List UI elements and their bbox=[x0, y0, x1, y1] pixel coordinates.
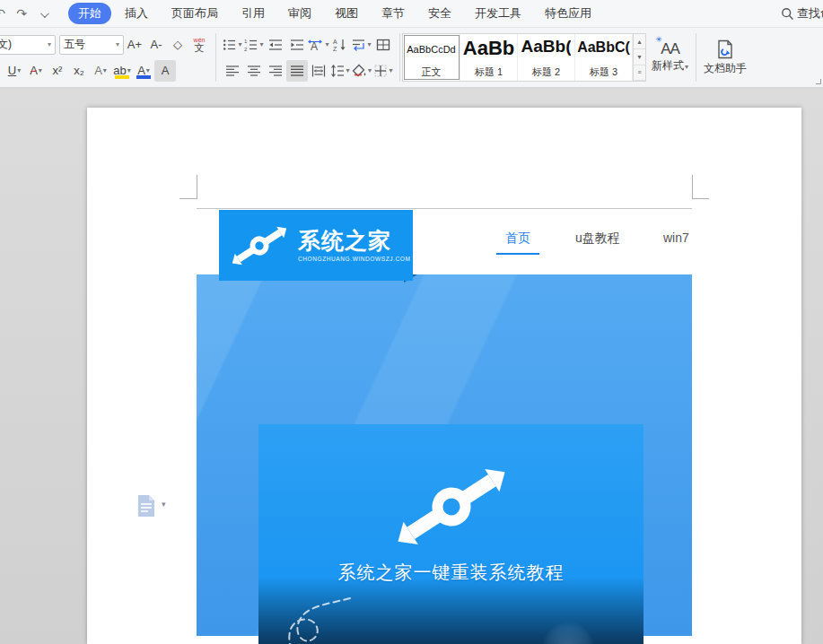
nav-usb-tutorial-link[interactable]: u盘教程 bbox=[575, 231, 620, 247]
decrease-indent-button[interactable] bbox=[265, 34, 286, 56]
decrease-indent-icon bbox=[268, 38, 283, 52]
borders-button[interactable]: ▾ bbox=[372, 60, 394, 82]
align-right-button[interactable] bbox=[265, 60, 286, 82]
layout-doc-icon bbox=[136, 494, 156, 518]
borders-icon bbox=[373, 64, 388, 78]
character-scaling-button[interactable]: A▾ bbox=[308, 34, 329, 56]
svg-text:1: 1 bbox=[244, 39, 248, 44]
paragraph-dialog-launcher[interactable] bbox=[816, 79, 821, 84]
margin-mark-right bbox=[692, 175, 693, 199]
ribbon-toolbar: (正文)▾ 五号▾ A+ A- ◇ wén文 U▾ A▾ x² x₂ A▾ ab… bbox=[0, 27, 823, 88]
svg-text:Z: Z bbox=[333, 46, 337, 52]
tab-developer-tools[interactable]: 开发工具 bbox=[465, 3, 531, 24]
style-heading2[interactable]: AaBb( 标题 2 bbox=[518, 34, 575, 81]
svg-text:2: 2 bbox=[244, 47, 248, 52]
menu-bar: ↶ ↷ 开始 插入 页面布局 引用 审阅 视图 章节 安全 开发工具 特色应用 … bbox=[0, 0, 823, 27]
grow-font-button[interactable]: A+ bbox=[124, 34, 145, 56]
paragraph-marks-icon bbox=[352, 38, 366, 52]
brand-subtitle: CHONGZHUANG.WINDOWSZJ.COM bbox=[298, 256, 411, 262]
new-style-button[interactable]: ✳AA 新样式▾ bbox=[646, 28, 694, 87]
style-heading1[interactable]: AaBb 标题 1 bbox=[460, 34, 518, 81]
document-page[interactable]: 系统之家 CHONGZHUANG.WINDOWSZJ.COM 首页 u盘教程 w… bbox=[87, 108, 801, 644]
document-canvas[interactable]: 系统之家 CHONGZHUANG.WINDOWSZJ.COM 首页 u盘教程 w… bbox=[0, 89, 823, 644]
doc-assistant-button[interactable]: 文档助手 bbox=[698, 28, 752, 87]
group-divider bbox=[215, 33, 216, 82]
text-effects-button[interactable]: A▾ bbox=[90, 60, 111, 82]
styles-scroll-up-icon[interactable]: ▲ bbox=[634, 34, 645, 49]
font-color-button[interactable]: A▾ bbox=[133, 60, 154, 82]
shading-button[interactable]: ▾ bbox=[351, 60, 372, 82]
embedded-webpage-image[interactable]: 系统之家 CHONGZHUANG.WINDOWSZJ.COM 首页 u盘教程 w… bbox=[197, 208, 692, 635]
phonetic-guide-button[interactable]: wén文 bbox=[188, 34, 210, 56]
group-divider bbox=[399, 33, 400, 82]
sort-icon: AZ bbox=[333, 38, 347, 52]
align-center-icon bbox=[247, 64, 261, 78]
margin-mark-left bbox=[179, 198, 197, 199]
margin-mark-right bbox=[692, 198, 709, 199]
strikethrough-button[interactable]: A▾ bbox=[25, 60, 47, 82]
nav-win7-link[interactable]: win7 bbox=[663, 231, 689, 245]
search-icon bbox=[781, 7, 794, 21]
shrink-font-button[interactable]: A- bbox=[145, 34, 167, 56]
tab-view[interactable]: 视图 bbox=[325, 3, 368, 24]
subscript-button[interactable]: x₂ bbox=[68, 60, 90, 82]
video-watermark-logo-icon bbox=[384, 462, 519, 552]
show-marks-button[interactable]: ▾ bbox=[351, 34, 372, 56]
font-color-swatch bbox=[136, 75, 151, 79]
table-icon bbox=[376, 38, 390, 52]
styles-more-icon[interactable]: ≡ bbox=[634, 65, 645, 81]
underline-button[interactable]: U▾ bbox=[4, 60, 25, 82]
align-center-button[interactable] bbox=[243, 60, 265, 82]
tab-references[interactable]: 引用 bbox=[232, 3, 275, 24]
style-normal[interactable]: AaBbCcDd 正文 bbox=[403, 34, 460, 81]
sort-button[interactable]: AZ bbox=[329, 34, 351, 56]
line-spacing-button[interactable]: ▾ bbox=[329, 60, 351, 82]
justify-icon bbox=[290, 64, 304, 78]
align-left-button[interactable] bbox=[222, 60, 243, 82]
shading-bucket-icon bbox=[352, 64, 367, 78]
bullet-list-icon bbox=[223, 38, 237, 52]
tab-review[interactable]: 审阅 bbox=[278, 3, 321, 24]
line-spacing-icon bbox=[330, 64, 345, 78]
justify-button[interactable] bbox=[286, 60, 308, 82]
layout-options-float[interactable]: ▾ bbox=[136, 494, 166, 518]
tab-special-features[interactable]: 特色应用 bbox=[535, 3, 601, 24]
align-left-icon bbox=[225, 64, 240, 78]
brand-arrows-logo-icon bbox=[226, 222, 293, 269]
font-size-combo[interactable]: 五号▾ bbox=[59, 35, 124, 55]
clear-format-icon[interactable]: ◇ bbox=[167, 34, 188, 56]
font-size-value: 五号 bbox=[64, 37, 85, 52]
styles-scroll-down-icon[interactable]: ▼ bbox=[634, 49, 645, 65]
new-style-star-icon: ✳ bbox=[655, 36, 662, 44]
redo-icon[interactable]: ↷ bbox=[11, 6, 32, 21]
superscript-button[interactable]: x² bbox=[47, 60, 68, 82]
style-heading3[interactable]: AaBbC( 标题 3 bbox=[575, 34, 633, 81]
tab-insert[interactable]: 插入 bbox=[115, 3, 158, 24]
increase-indent-button[interactable] bbox=[286, 34, 308, 56]
hero-banner: 系统之家一键重装系统教程 0:00 点击这里播放哦！ bbox=[197, 274, 692, 636]
numbered-list-button[interactable]: 12▾ bbox=[243, 34, 265, 56]
character-shading-button[interactable]: A bbox=[154, 60, 176, 82]
customize-toolbar-chevron-icon[interactable] bbox=[32, 6, 54, 21]
quick-access-toolbar: ↶ ↷ bbox=[0, 6, 54, 21]
tab-page-layout[interactable]: 页面布局 bbox=[162, 3, 228, 24]
bullet-list-button[interactable]: ▾ bbox=[222, 34, 243, 56]
tab-security[interactable]: 安全 bbox=[418, 3, 461, 24]
find-command-button[interactable]: 查找命 bbox=[781, 0, 823, 27]
tab-home[interactable]: 开始 bbox=[68, 3, 111, 24]
align-right-icon bbox=[268, 64, 283, 78]
undo-icon[interactable]: ↶ bbox=[0, 6, 11, 21]
paragraph-group: ▾ 12▾ A▾ AZ ▾ bbox=[218, 28, 398, 87]
nav-home-link[interactable]: 首页 bbox=[505, 231, 530, 247]
font-name-combo[interactable]: (正文)▾ bbox=[0, 35, 56, 55]
svg-text:A: A bbox=[333, 39, 337, 45]
video-player[interactable]: 系统之家一键重装系统教程 0:00 点击这里播放哦！ bbox=[258, 424, 644, 644]
highlight-button[interactable]: ab▾ bbox=[111, 60, 133, 82]
distribute-button[interactable] bbox=[308, 60, 329, 82]
ribbon-tabs: 开始 插入 页面布局 引用 审阅 视图 章节 安全 开发工具 特色应用 bbox=[66, 3, 603, 24]
tab-section[interactable]: 章节 bbox=[372, 3, 415, 24]
doc-assistant-icon bbox=[716, 39, 734, 59]
layout-options-dropdown-icon[interactable]: ▾ bbox=[162, 500, 166, 509]
insert-table-button[interactable] bbox=[372, 34, 394, 56]
dashed-doodle-arrow bbox=[275, 591, 364, 644]
